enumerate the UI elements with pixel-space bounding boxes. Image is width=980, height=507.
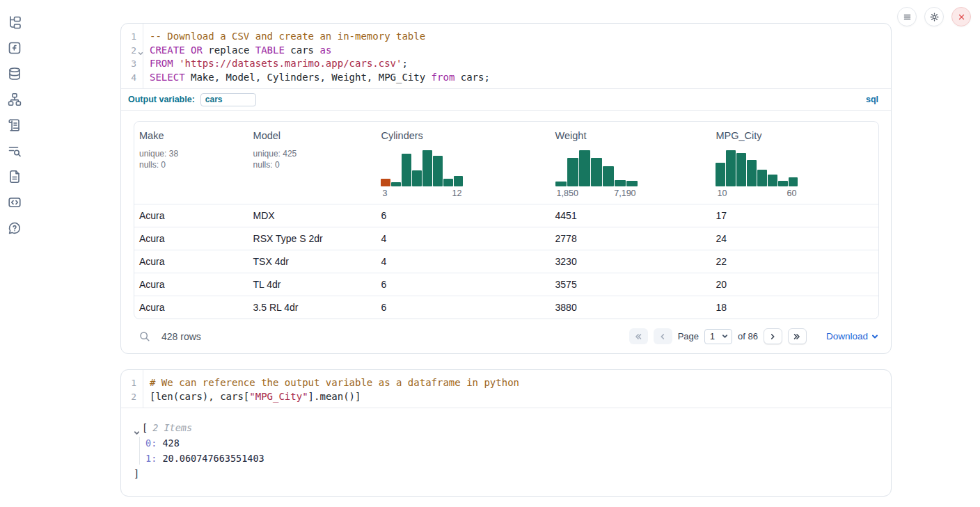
table-body: AcuraMDX6445117AcuraRSX Type S 2dr427782… [134, 204, 878, 319]
column-name: Weight [555, 130, 706, 141]
code-token [185, 45, 191, 56]
language-badge: sql [866, 95, 878, 104]
table-cell: Acura [134, 256, 248, 267]
column-histogram: 312 [381, 150, 463, 198]
axis-max-label: 60 [787, 188, 797, 198]
line-number: 2 [121, 44, 136, 58]
code-token: -- Download a CSV and create an in-memor… [150, 31, 425, 42]
code-line: 2CREATE OR replace TABLE cars as [121, 44, 891, 58]
logs-search-icon[interactable] [8, 144, 22, 158]
tree-entry-value: 428 [157, 437, 180, 449]
table-cell: 4451 [551, 210, 711, 221]
code-token: ].mean()] [308, 391, 361, 402]
table-cell: Acura [134, 233, 248, 244]
menu-button[interactable] [897, 7, 917, 26]
tree-entry-key: 0: [145, 437, 157, 449]
table-cell: 4 [376, 233, 550, 244]
column-stat: nulls: 0 [139, 159, 243, 170]
table-cell: 4 [376, 256, 550, 267]
table-cell: 22 [711, 256, 878, 267]
histogram-bar [443, 179, 453, 186]
column-header-make[interactable]: Makeunique: 38nulls: 0 [134, 130, 248, 198]
code-token: cars [285, 45, 320, 56]
chevron-left-icon [658, 332, 667, 341]
line-number: 1 [121, 376, 136, 390]
table-row[interactable]: AcuraTSX 4dr4323022 [134, 250, 878, 273]
histogram-bar [626, 181, 638, 186]
help-icon[interactable] [8, 221, 22, 235]
table-cell: 20 [711, 279, 878, 290]
next-page-button[interactable] [764, 328, 782, 344]
table-cell: 3.5 RL 4dr [248, 302, 377, 313]
histogram-bar [757, 170, 767, 186]
python-editor[interactable]: 1# We can reference the output variable … [121, 370, 891, 408]
line-number: 3 [121, 57, 136, 71]
scratchpad-icon[interactable] [8, 118, 22, 132]
table-cell: 18 [711, 302, 878, 313]
table-row[interactable]: Acura3.5 RL 4dr6388018 [134, 296, 878, 319]
column-header-model[interactable]: Modelunique: 425nulls: 0 [248, 130, 377, 198]
dependency-graph-icon[interactable] [8, 92, 22, 106]
search-icon[interactable] [139, 331, 150, 342]
histogram-bars [716, 150, 798, 186]
column-header-mpg_city[interactable]: MPG_City1060 [711, 130, 878, 198]
table-row[interactable]: AcuraMDX6445117 [134, 204, 878, 227]
code-token: "MPG_City" [249, 391, 308, 402]
fold-chevron-icon[interactable] [138, 47, 143, 52]
histogram-axis-labels: 1060 [716, 188, 798, 198]
table-row[interactable]: AcuraRSX Type S 2dr4277824 [134, 227, 878, 250]
settings-button[interactable] [924, 7, 944, 26]
database-icon[interactable] [8, 67, 22, 81]
output-variable-input[interactable] [200, 93, 256, 106]
code-token: # We can reference the output variable a… [150, 377, 519, 388]
python-cell: 1# We can reference the output variable … [120, 369, 892, 497]
code-token: OR [191, 45, 203, 56]
histogram-bar [402, 154, 411, 186]
histogram-bar [433, 156, 443, 186]
code-text: SELECT Make, Model, Cylinders, Weight, M… [136, 71, 490, 85]
tree-entry: 0: 428 [145, 435, 877, 451]
code-token: cars; [455, 72, 490, 83]
line-number: 1 [121, 30, 136, 44]
previous-page-button[interactable] [654, 328, 672, 344]
column-histogram: 1,8507,190 [555, 150, 638, 198]
histogram-bar [591, 158, 602, 186]
histogram-bar [579, 150, 590, 186]
bracket-close: ] [134, 466, 877, 481]
output-variable-label: Output variable: [128, 95, 195, 104]
shutdown-button[interactable] [951, 7, 971, 26]
histogram-bar [615, 180, 626, 186]
bracket-open: [ [142, 420, 148, 435]
column-header-weight[interactable]: Weight1,8507,190 [551, 130, 711, 198]
notebook: 1-- Download a CSV and create an in-memo… [120, 0, 892, 497]
functions-icon[interactable] [8, 41, 22, 55]
histogram-bar [412, 170, 422, 186]
table-cell: Acura [134, 302, 248, 313]
axis-max-label: 7,190 [614, 188, 635, 198]
histogram-bars [381, 150, 463, 186]
chevron-right-icon [768, 332, 777, 341]
sql-editor[interactable]: 1-- Download a CSV and create an in-memo… [121, 24, 891, 88]
code-token: replace [203, 45, 255, 56]
documentation-icon[interactable] [8, 170, 22, 184]
column-name: MPG_City [716, 130, 873, 141]
table-row[interactable]: AcuraTL 4dr6357520 [134, 273, 878, 296]
histogram-bar [422, 150, 432, 186]
histogram-bar [381, 179, 390, 186]
page-select[interactable]: 1 [704, 329, 732, 344]
table-cell: 2778 [551, 233, 711, 244]
code-line: 3FROM 'https://datasets.marimo.app/cars.… [121, 57, 891, 71]
file-tree-icon[interactable] [8, 15, 22, 29]
code-line: 2[len(cars), cars["MPG_City"].mean()] [121, 390, 891, 404]
download-button[interactable]: Download [826, 331, 878, 341]
code-token: ; [402, 58, 407, 69]
table-cell: 6 [376, 210, 550, 221]
last-page-button[interactable] [788, 328, 807, 344]
collapse-chevron-icon[interactable] [134, 425, 140, 431]
table-cell: TSX 4dr [248, 256, 377, 267]
first-page-button[interactable] [629, 328, 648, 344]
page-select-value: 1 [710, 332, 715, 341]
snippets-icon[interactable] [8, 195, 22, 209]
table-cell: 6 [376, 279, 550, 290]
column-header-cylinders[interactable]: Cylinders312 [376, 130, 550, 198]
